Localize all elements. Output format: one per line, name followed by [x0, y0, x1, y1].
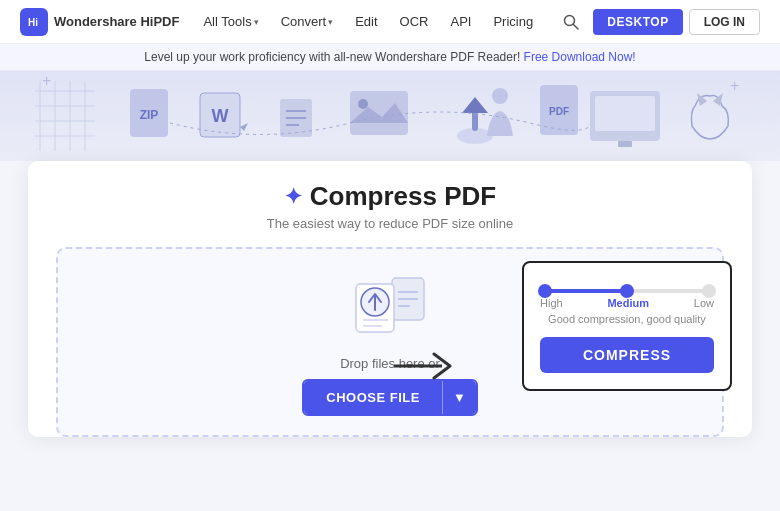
svg-text:ZIP: ZIP: [140, 108, 159, 122]
quality-note: Good compression, good quality: [540, 313, 714, 325]
svg-rect-30: [618, 141, 632, 147]
compression-slider[interactable]: [540, 289, 714, 293]
svg-text:+: +: [42, 72, 51, 89]
chevron-down-icon: ▾: [328, 0, 333, 44]
label-high: High: [540, 297, 563, 309]
svg-text:W: W: [212, 106, 229, 126]
slider-dot-high: [538, 284, 552, 298]
logo-area[interactable]: Hi Wondershare HiPDF: [20, 8, 179, 36]
compression-panel: High Medium Low Good compression, good q…: [522, 261, 732, 391]
nav-api[interactable]: API: [442, 0, 479, 44]
svg-text:+: +: [730, 77, 739, 94]
search-icon[interactable]: [555, 6, 587, 38]
promo-download-link[interactable]: Free Download Now!: [524, 50, 636, 64]
hero-illustration: ZIP PDF W + +: [0, 71, 780, 161]
compress-subtitle: The easiest way to reduce PDF size onlin…: [48, 216, 732, 231]
compress-icon: ✦: [284, 184, 302, 210]
slider-dot-low: [702, 284, 716, 298]
navbar: Hi Wondershare HiPDF All Tools ▾ Convert…: [0, 0, 780, 44]
slider-dot-medium: [620, 284, 634, 298]
logo-icon: Hi: [20, 8, 48, 36]
upload-icon: [350, 268, 430, 342]
page-wrap: ✦ Compress PDF The easiest way to reduce…: [0, 161, 780, 511]
slider-labels: High Medium Low: [540, 297, 714, 309]
brand-name: Wondershare HiPDF: [54, 14, 179, 29]
compress-button[interactable]: COMPRESS: [540, 337, 714, 373]
slider-fill: [540, 289, 627, 293]
login-button[interactable]: LOG IN: [689, 9, 760, 35]
arrow-icon: [392, 348, 452, 393]
label-low: Low: [694, 297, 714, 309]
nav-pricing[interactable]: Pricing: [485, 0, 541, 44]
svg-rect-29: [595, 96, 655, 131]
label-medium: Medium: [607, 297, 649, 309]
promo-banner: Level up your work proficiency with all-…: [0, 44, 780, 71]
nav-all-tools[interactable]: All Tools ▾: [195, 0, 266, 44]
chevron-down-icon: ▾: [254, 0, 259, 44]
nav-convert[interactable]: Convert ▾: [273, 0, 342, 44]
nav-edit[interactable]: Edit: [347, 0, 385, 44]
nav-ocr[interactable]: OCR: [392, 0, 437, 44]
main-card: ✦ Compress PDF The easiest way to reduce…: [28, 161, 752, 437]
svg-line-3: [574, 24, 579, 29]
compress-header: ✦ Compress PDF The easiest way to reduce…: [28, 161, 752, 241]
svg-point-27: [492, 88, 508, 104]
svg-text:Hi: Hi: [28, 17, 38, 28]
svg-point-24: [358, 99, 368, 109]
desktop-button[interactable]: DESKTOP: [593, 9, 682, 35]
page-title: ✦ Compress PDF: [48, 181, 732, 212]
svg-text:PDF: PDF: [549, 106, 569, 117]
